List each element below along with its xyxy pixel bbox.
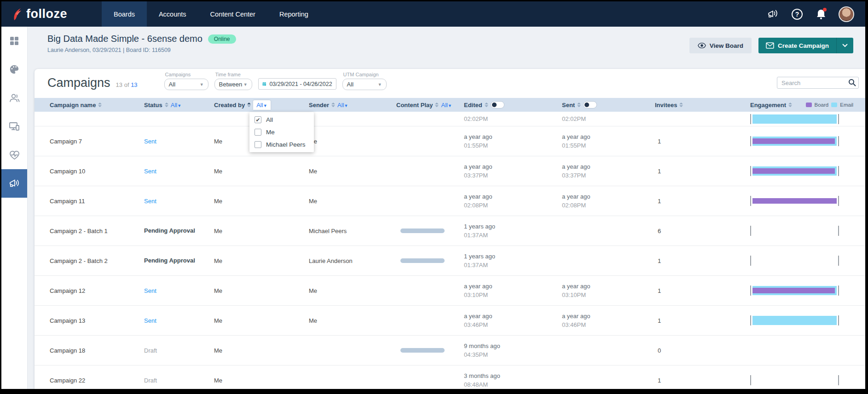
campaign-name[interactable]: Campaign 10 (35, 168, 144, 175)
edited-cell: 02:02PM (464, 115, 562, 122)
campaign-name[interactable]: Campaign 2 - Batch 2 (35, 257, 144, 264)
sort-icon[interactable] (679, 103, 683, 107)
engagement-bar (750, 113, 852, 125)
nav-item-reporting[interactable]: Reporting (267, 1, 320, 27)
view-board-button[interactable]: View Board (689, 38, 752, 53)
edited-cell: a year ago01:55PM (464, 133, 562, 149)
create-campaign-dropdown-toggle[interactable] (837, 44, 853, 47)
engagement-bar (750, 374, 852, 386)
nav-item-content-center[interactable]: Content Center (198, 1, 267, 27)
sender: Me (309, 317, 396, 324)
sort-icon[interactable] (247, 103, 251, 107)
dropdown-item-michael-peers[interactable]: Michael Peers (249, 138, 314, 151)
sort-icon[interactable] (788, 103, 792, 107)
filter-all-link[interactable]: All▼ (171, 102, 181, 108)
campaign-name[interactable]: Campaign 7 (35, 138, 144, 145)
sidebar-item-devices[interactable] (1, 112, 27, 141)
column-toggle[interactable] (491, 101, 504, 108)
campaign-name[interactable]: Campaign 18 (35, 347, 144, 354)
sidebar-item-campaigns[interactable] (1, 169, 27, 198)
campaign-name[interactable]: Campaign 12 (35, 287, 144, 294)
dropdown-item-all[interactable]: ✔All (249, 114, 314, 126)
search-icon[interactable] (848, 79, 856, 88)
sort-icon[interactable] (331, 103, 335, 107)
email-legend-label: Email (840, 102, 853, 108)
created-by: Me (214, 228, 309, 234)
folloze-logo[interactable]: folloze (1, 7, 102, 21)
campaigns-filter-select[interactable]: All▼ (164, 79, 208, 90)
campaign-name[interactable]: Campaign 13 (35, 317, 144, 324)
engagement-bar (750, 195, 852, 207)
announcements-icon[interactable] (767, 8, 780, 21)
campaigns-count: 13 of 13 (116, 81, 138, 88)
user-avatar[interactable] (839, 6, 854, 22)
checkbox-icon[interactable] (255, 129, 261, 136)
sidebar-item-health[interactable] (1, 141, 27, 169)
logo-text: folloze (26, 7, 67, 21)
sidebar-item-contacts[interactable] (1, 84, 27, 112)
design-palette-icon (9, 64, 19, 74)
campaign-status: Draft (144, 347, 214, 354)
page-title: Big Data Made Simple - 6sense demo (47, 34, 203, 44)
create-campaign-button[interactable]: Create Campaign (758, 38, 853, 53)
notifications-icon[interactable] (815, 8, 827, 21)
table-row: Campaign 13 Sent Me Me a year ago03:46PM… (35, 306, 865, 336)
campaign-name[interactable]: Campaign 2 - Batch 1 (35, 228, 144, 234)
sidebar-item-design[interactable] (1, 55, 27, 84)
checkbox-icon[interactable] (255, 141, 261, 148)
created-by: Me (214, 168, 309, 175)
campaign-status[interactable]: Sent (144, 168, 214, 175)
edited-cell: 1 years ago01:37AM (464, 253, 562, 268)
campaign-status[interactable]: Sent (144, 198, 214, 205)
create-campaign-label: Create Campaign (778, 42, 829, 49)
create-campaign-main[interactable]: Create Campaign (758, 42, 836, 49)
campaign-status[interactable]: Sent (144, 317, 214, 324)
engagement-cell (750, 344, 865, 356)
engagement-bar (750, 225, 852, 237)
sort-icon[interactable] (165, 103, 168, 107)
column-toggle[interactable] (583, 101, 597, 108)
engagement-bar (750, 314, 852, 326)
help-icon[interactable]: ? (791, 8, 804, 21)
timeframe-filter-select[interactable]: Between▼ (214, 79, 252, 90)
campaign-status[interactable]: Sent (144, 287, 214, 294)
sent-cell: a year ago03:37PM (562, 163, 655, 179)
campaign-name[interactable]: Campaign 22 (35, 377, 144, 384)
sort-icon[interactable] (577, 103, 581, 107)
filter-all-link[interactable]: All▼ (253, 100, 270, 110)
health-pulse-icon (9, 150, 20, 160)
sidebar-item-boards[interactable] (1, 27, 27, 55)
table-body: 02:02PM 02:02PM Campaign 7 Sent Me Me a … (35, 112, 865, 389)
board-legend-swatch (806, 103, 812, 107)
edited-cell: 1 years ago01:37AM (464, 223, 562, 239)
utm-filter-select[interactable]: All▼ (342, 79, 387, 90)
nav-item-accounts[interactable]: Accounts (147, 1, 198, 27)
table-row: Campaign 12 Sent Me Me a year ago03:10PM… (35, 276, 865, 306)
column-header-created-by: Created byAll▼ (214, 100, 309, 110)
filter-all-link[interactable]: All▼ (337, 102, 348, 108)
boards-grid-icon (9, 36, 19, 46)
sort-icon[interactable] (98, 103, 102, 107)
engagement-cell (750, 285, 865, 297)
date-range-picker[interactable]: 03/29/2021 - 04/26/2022 (258, 78, 336, 90)
created-by: Me (214, 198, 309, 205)
created-by: Me (214, 257, 309, 264)
campaign-status[interactable]: Sent (144, 138, 214, 145)
invitees-count: 1 (655, 257, 750, 264)
filter-all-link[interactable]: All▼ (441, 102, 451, 108)
dropdown-item-me[interactable]: Me (249, 126, 314, 138)
main-content: Big Data Made Simple - 6sense demo Onlin… (28, 27, 865, 389)
campaigns-filter-label: Campaigns (164, 72, 208, 77)
campaign-name[interactable]: Campaign 11 (35, 198, 144, 205)
sort-icon[interactable] (485, 103, 488, 107)
sort-icon[interactable] (435, 103, 439, 107)
engagement-cell (750, 195, 865, 207)
table-row: Campaign 7 Sent Me Me a year ago01:55PM … (35, 126, 865, 156)
created-by: Me (214, 377, 309, 384)
column-label: Invitees (655, 102, 677, 108)
search-input[interactable] (777, 77, 859, 89)
checkbox-icon[interactable]: ✔ (255, 116, 261, 123)
nav-item-boards[interactable]: Boards (102, 1, 147, 27)
column-label: Sender (309, 102, 329, 108)
edited-cell: 9 months ago04:35PM (464, 343, 562, 358)
